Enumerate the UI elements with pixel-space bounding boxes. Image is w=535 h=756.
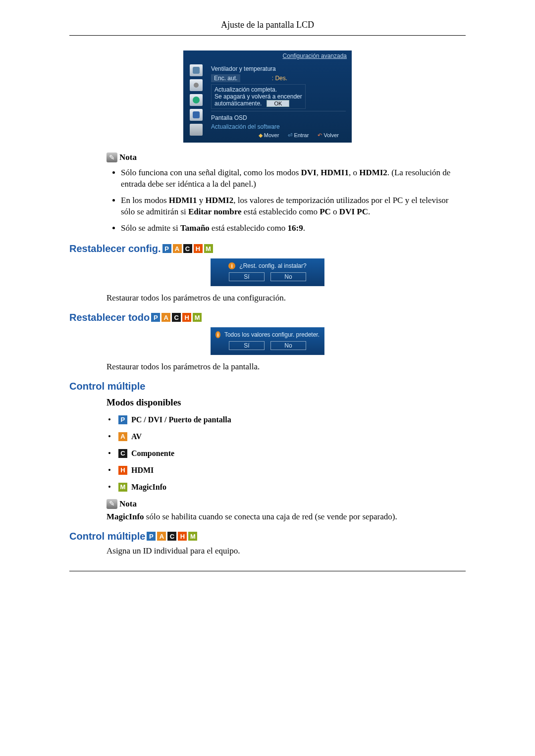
note-list-1: Sólo funciona con una señal digital, com… (108, 167, 466, 234)
osd-icon-multi (190, 109, 203, 121)
mode-item-magicinfo: MMagicInfo (108, 482, 466, 492)
bottom-rule (69, 571, 466, 571)
heading-reset-all: Restablecer todo P A C H M (69, 312, 466, 323)
osd-icon-column (183, 61, 209, 140)
osd-nav: Mover Entrar Volver (211, 131, 346, 140)
chip-m-icon: M (193, 313, 202, 322)
osd-menu: Ventilador y temperatura Enc. aut. : Des… (209, 61, 352, 140)
info-icon: i (228, 262, 235, 269)
dialog-yes-button[interactable]: Sí (229, 341, 265, 350)
chip-p-icon: P (151, 313, 160, 322)
chip-p-icon: P (118, 415, 127, 424)
dialog-no-button[interactable]: No (270, 272, 306, 281)
reset-all-dialog: i Todos los valores configur. predeter. … (211, 327, 324, 355)
note-label: Nota (119, 152, 137, 162)
chip-h-icon: H (178, 532, 187, 541)
osd-icon-setup (190, 94, 203, 106)
top-rule (69, 35, 466, 36)
osd-icon-picture (190, 64, 203, 76)
note-icon: ✎ (107, 499, 117, 509)
chip-c-icon: C (118, 449, 127, 458)
chip-p-icon: P (162, 244, 171, 253)
mode-item-hdmi: HHDMI (108, 465, 466, 475)
page-header: Ajuste de la pantalla LCD (69, 20, 466, 33)
list-item: Sólo funciona con una señal digital, com… (121, 167, 461, 190)
mode-item-av: AAV (108, 432, 466, 442)
heading-control-multiple-2: Control múltiple P A C H M (69, 531, 466, 542)
osd-ok-button[interactable]: OK (267, 100, 289, 107)
osd-panel: Configuración avanzada Ventilador y temp… (183, 50, 352, 143)
dialog-no-button[interactable]: No (270, 341, 306, 350)
reset-all-desc: Restaurar todos los parámetros de la pan… (107, 362, 466, 372)
osd-title: Configuración avanzada (183, 50, 352, 61)
osd-icon-sound (190, 79, 203, 91)
chip-c-icon: C (183, 244, 192, 253)
chip-h-icon: H (194, 244, 203, 253)
chip-a-icon: A (173, 244, 182, 253)
note-label: Nota (119, 499, 137, 509)
info-icon: i (215, 331, 220, 338)
list-item: Sólo se admite si Tamaño está establecid… (121, 223, 461, 234)
chip-p-icon: P (147, 532, 156, 541)
chip-c-icon: C (172, 313, 181, 322)
chip-m-icon: M (204, 244, 213, 253)
osd-item-swupdate[interactable]: Actualización del software (211, 122, 346, 131)
list-item: En los modos HDMI1 y HDMI2, los valores … (121, 195, 461, 218)
chip-a-icon: A (157, 532, 166, 541)
mode-item-pc: PPC / DVI / Puerto de pantalla (108, 415, 466, 425)
note-icon: ✎ (107, 152, 117, 162)
control-multiple-desc: Asigna un ID individual para el equipo. (107, 546, 466, 556)
dialog-question: ¿Rest. config. al instalar? (239, 262, 306, 269)
heading-reset-config: Restablecer config. P A C H M (69, 243, 466, 254)
chip-m-icon: M (188, 532, 197, 541)
chip-a-icon: A (118, 432, 127, 441)
reset-config-dialog: i ¿Rest. config. al instalar? Sí No (211, 258, 324, 286)
chip-h-icon: H (182, 313, 191, 322)
chip-a-icon: A (161, 313, 170, 322)
chip-c-icon: C (167, 532, 176, 541)
chip-m-icon: M (118, 483, 127, 492)
heading-modes: Modos disponibles (107, 397, 466, 408)
osd-item-osd[interactable]: Pantalla OSD (211, 113, 346, 122)
mode-item-component: CComponente (108, 449, 466, 458)
chip-h-icon: H (118, 466, 127, 475)
note-block-2: ✎ Nota (107, 499, 466, 509)
dialog-yes-button[interactable]: Sí (229, 272, 265, 281)
mode-list: PPC / DVI / Puerto de pantalla AAV CComp… (108, 415, 466, 492)
osd-item-fan[interactable]: Ventilador y temperatura (211, 64, 346, 73)
osd-popup: Actualización completa. Se apagará y vol… (211, 84, 306, 109)
note-2-text: MagicInfo sólo se habilita cuando se con… (107, 512, 466, 522)
heading-control-multiple: Control múltiple (69, 381, 466, 392)
osd-icon-info (190, 124, 203, 136)
reset-config-desc: Restaurar todos los parámetros de una co… (107, 293, 466, 303)
osd-item-auto-on[interactable]: Enc. aut. : Des. (211, 73, 346, 83)
dialog-question: Todos los valores configur. predeter. (224, 331, 320, 338)
note-block-1: ✎ Nota (107, 152, 466, 162)
